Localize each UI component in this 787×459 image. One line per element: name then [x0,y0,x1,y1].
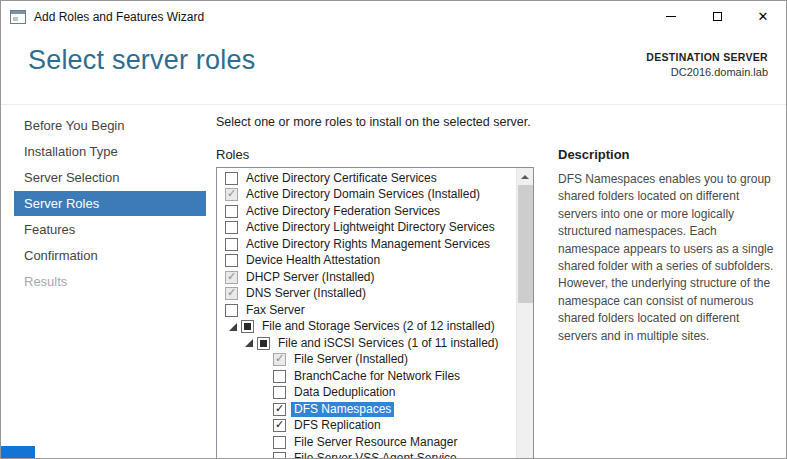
role-checkbox[interactable] [257,337,270,350]
role-label: File Server VSS Agent Service [291,451,460,459]
minimize-icon [666,16,676,17]
role-label: Active Directory Rights Management Servi… [243,237,493,252]
roles-list: Active Directory Certificate ServicesAct… [217,170,516,459]
tree-expander-icon[interactable] [241,339,257,347]
role-checkbox[interactable] [225,254,238,267]
role-label: Data Deduplication [291,385,398,400]
role-checkbox[interactable] [225,271,238,284]
role-checkbox[interactable] [273,353,286,366]
roles-listbox[interactable]: Active Directory Certificate ServicesAct… [216,167,534,459]
scroll-up-button[interactable] [517,168,533,185]
role-label: DHCP Server (Installed) [243,270,377,285]
add-roles-wizard-window: Add Roles and Features Wizard ✕ Select s… [0,0,787,459]
window-controls: ✕ [648,1,786,32]
role-row-active-directory-domain-services-installed[interactable]: Active Directory Domain Services (Instal… [217,187,516,204]
role-row-active-directory-federation-services[interactable]: Active Directory Federation Services [217,203,516,220]
titlebar[interactable]: Add Roles and Features Wizard ✕ [1,1,786,32]
roles-list-label: Roles [216,147,249,162]
close-icon: ✕ [758,10,769,23]
role-label: Fax Server [243,303,308,318]
role-row-fax-server[interactable]: Fax Server [217,302,516,319]
minimize-button[interactable] [648,1,694,32]
sidebar-nav: Before You BeginInstallation TypeServer … [14,113,206,295]
role-row-file-and-iscsi-services-1-of-11-installed[interactable]: File and iSCSI Services (1 of 11 install… [217,335,516,352]
instruction-text: Select one or more roles to install on t… [216,115,531,129]
sidebar-item-installation-type[interactable]: Installation Type [14,139,206,164]
sidebar-item-features[interactable]: Features [14,217,206,242]
window-title: Add Roles and Features Wizard [34,10,204,24]
description-title: Description [558,147,630,162]
destination-server-label: DESTINATION SERVER [646,51,768,63]
role-label: Active Directory Certificate Services [243,171,440,186]
header-divider [1,104,786,105]
scrollbar-thumb[interactable] [518,185,533,303]
role-row-active-directory-rights-management-services[interactable]: Active Directory Rights Management Servi… [217,236,516,253]
roles-scrollbar[interactable] [516,168,533,459]
role-checkbox[interactable] [273,452,286,459]
role-row-file-server-vss-agent-service[interactable]: File Server VSS Agent Service [217,451,516,459]
role-label: File and iSCSI Services (1 of 11 install… [275,336,502,351]
destination-server-block: DESTINATION SERVER DC2016.domain.lab [646,51,768,78]
tree-expander-icon[interactable] [225,323,241,331]
role-checkbox[interactable] [225,188,238,201]
sidebar-item-server-selection[interactable]: Server Selection [14,165,206,190]
role-label: DFS Replication [291,418,384,433]
role-checkbox[interactable] [273,419,286,432]
role-checkbox[interactable] [273,386,286,399]
role-row-data-deduplication[interactable]: Data Deduplication [217,385,516,402]
role-row-dfs-namespaces[interactable]: DFS Namespaces [217,401,516,418]
role-label: File Server (Installed) [291,352,411,367]
role-label: Active Directory Domain Services (Instal… [243,187,483,202]
role-label: File and Storage Services (2 of 12 insta… [259,319,498,334]
sidebar-item-results[interactable]: Results [14,269,206,294]
role-row-active-directory-certificate-services[interactable]: Active Directory Certificate Services [217,170,516,187]
wizard-icon [10,10,26,24]
role-label: BranchCache for Network Files [291,369,463,384]
role-label: Active Directory Lightweight Directory S… [243,220,498,235]
role-checkbox[interactable] [225,221,238,234]
role-checkbox[interactable] [225,172,238,185]
maximize-button[interactable] [694,1,740,32]
taskbar-start-fragment[interactable] [1,446,35,458]
close-button[interactable]: ✕ [740,1,786,32]
description-text: DFS Namespaces enables you to group shar… [558,171,777,345]
role-label: Active Directory Federation Services [243,204,443,219]
destination-server-name: DC2016.domain.lab [646,66,768,78]
role-checkbox[interactable] [273,370,286,383]
role-checkbox[interactable] [225,287,238,300]
role-row-branchcache-for-network-files[interactable]: BranchCache for Network Files [217,368,516,385]
role-checkbox[interactable] [241,320,254,333]
role-checkbox[interactable] [225,304,238,317]
role-checkbox[interactable] [225,238,238,251]
page-title: Select server roles [28,45,255,76]
role-row-device-health-attestation[interactable]: Device Health Attestation [217,253,516,270]
sidebar-item-before-you-begin[interactable]: Before You Begin [14,113,206,138]
role-row-active-directory-lightweight-directory-services[interactable]: Active Directory Lightweight Directory S… [217,220,516,237]
sidebar-item-confirmation[interactable]: Confirmation [14,243,206,268]
role-row-dfs-replication[interactable]: DFS Replication [217,418,516,435]
role-row-file-server-resource-manager[interactable]: File Server Resource Manager [217,434,516,451]
role-checkbox[interactable] [273,436,286,449]
scroll-up-icon [521,171,529,179]
role-row-dns-server-installed[interactable]: DNS Server (Installed) [217,286,516,303]
role-label: Device Health Attestation [243,253,383,268]
sidebar-item-server-roles[interactable]: Server Roles [14,191,206,216]
role-row-dhcp-server-installed[interactable]: DHCP Server (Installed) [217,269,516,286]
role-label: File Server Resource Manager [291,435,460,450]
role-checkbox[interactable] [225,205,238,218]
role-checkbox[interactable] [273,403,286,416]
role-row-file-and-storage-services-2-of-12-installed[interactable]: File and Storage Services (2 of 12 insta… [217,319,516,336]
role-label: DNS Server (Installed) [243,286,369,301]
maximize-icon [713,12,722,21]
role-row-file-server-installed[interactable]: File Server (Installed) [217,352,516,369]
role-label: DFS Namespaces [291,402,394,417]
